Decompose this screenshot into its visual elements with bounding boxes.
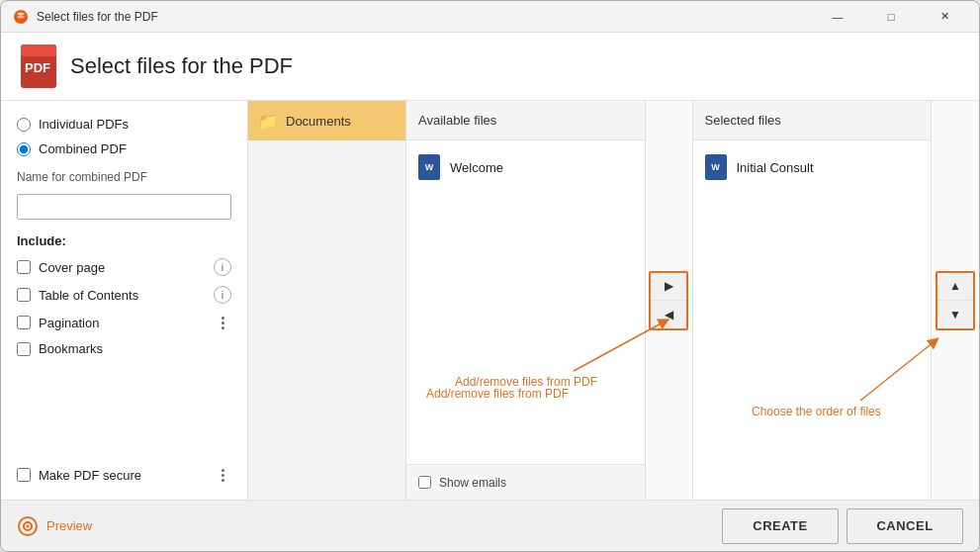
make-pdf-secure-checkbox[interactable] [17,468,31,482]
selected-files-header: Selected files [693,101,932,140]
available-panel-footer: Show emails [406,464,645,500]
word-icon: W [705,154,727,180]
folder-name: Documents [286,114,351,129]
pagination-label: Pagination [39,316,99,330]
cancel-button[interactable]: CANCEL [846,508,963,544]
make-pdf-secure-dots-icon[interactable] [214,466,231,484]
preview-label: Preview [46,518,92,533]
order-button-group: ▲ ▼ [935,271,975,330]
pagination-row: Pagination [17,314,231,331]
available-files-header: Available files [406,101,645,140]
page-title: Select files for the PDF [70,53,293,79]
preview-icon [17,515,39,537]
titlebar-title: Select files for the PDF [37,10,815,24]
header-bar: PDF Select files for the PDF [1,33,979,101]
individual-pdf-radio[interactable] [17,118,31,132]
word-icon: W [418,154,440,180]
titlebar: Select files for the PDF — □ ✕ [1,1,979,33]
close-button[interactable]: ✕ [922,1,967,33]
pdf-icon: PDF [21,45,56,88]
available-files-panel: Available files W Welcome Add/remove fil… [406,101,646,500]
file-panels: 📁 Documents Available files W Welcome Ad… [248,101,979,500]
footer: Preview CREATE CANCEL [1,500,979,551]
pagination-checkbox[interactable] [17,316,31,329]
folder-icon: 📁 [258,112,278,131]
cover-page-row: Cover page i [17,258,231,276]
combined-pdf-radio[interactable] [17,142,31,156]
order-column: ▲ ▼ [932,101,979,500]
folder-header: 📁 Documents [248,101,405,140]
individual-pdf-label: Individual PDFs [39,117,129,132]
selected-files-panel: Selected files W Initial Consult [693,101,933,500]
name-label: Name for combined PDF [17,170,231,184]
add-file-button[interactable]: ▶ [651,273,686,301]
folder-panel: 📁 Documents [248,101,406,500]
main-content: Individual PDFs Combined PDF Name for co… [1,101,979,500]
show-emails-checkbox[interactable] [418,476,431,489]
svg-rect-3 [21,45,56,56]
toc-checkbox[interactable] [17,288,31,302]
include-label: Include: [17,233,231,248]
app-icon [13,9,29,25]
move-up-button[interactable]: ▲ [937,273,973,301]
svg-text:PDF: PDF [25,60,50,75]
pagination-dots-icon[interactable] [214,314,231,331]
make-pdf-secure-label: Make PDF secure [39,468,141,483]
bookmarks-checkbox[interactable] [17,342,31,356]
transfer-button-group: ▶ ◀ [649,271,688,330]
create-button[interactable]: CREATE [722,508,839,544]
individual-pdf-option[interactable]: Individual PDFs [17,117,231,132]
cover-page-label: Cover page [39,260,105,275]
make-pdf-secure-row: Make PDF secure [17,466,231,484]
list-item[interactable]: W Welcome [406,148,645,186]
selected-files-list: W Initial Consult [693,140,932,500]
toc-label: Table of Contents [39,288,138,303]
right-area: 📁 Documents Available files W Welcome Ad… [248,101,979,500]
left-panel: Individual PDFs Combined PDF Name for co… [1,101,248,500]
file-name: Initial Consult [737,160,814,175]
show-emails-label: Show emails [439,476,506,490]
available-files-list: W Welcome [406,140,645,464]
combined-pdf-label: Combined PDF [39,141,127,156]
bookmarks-label: Bookmarks [39,341,103,356]
titlebar-controls: — □ ✕ [815,1,967,33]
svg-point-6 [27,524,30,527]
cover-page-info-icon[interactable]: i [214,258,231,276]
minimize-button[interactable]: — [815,1,860,33]
toc-info-icon[interactable]: i [214,286,231,304]
bookmarks-row[interactable]: Bookmarks [17,341,231,356]
main-window: Select files for the PDF — □ ✕ PDF Selec… [0,0,980,552]
combined-pdf-option[interactable]: Combined PDF [17,141,231,156]
list-item[interactable]: W Initial Consult [693,148,932,186]
file-name: Welcome [450,160,503,175]
preview-link[interactable]: Preview [17,515,92,537]
transfer-column: ▶ ◀ [646,101,693,500]
toc-row: Table of Contents i [17,286,231,304]
combined-pdf-name-input[interactable] [17,194,231,220]
remove-file-button[interactable]: ◀ [651,301,686,328]
move-down-button[interactable]: ▼ [937,301,973,328]
cover-page-checkbox[interactable] [17,260,31,274]
maximize-button[interactable]: □ [868,1,914,33]
